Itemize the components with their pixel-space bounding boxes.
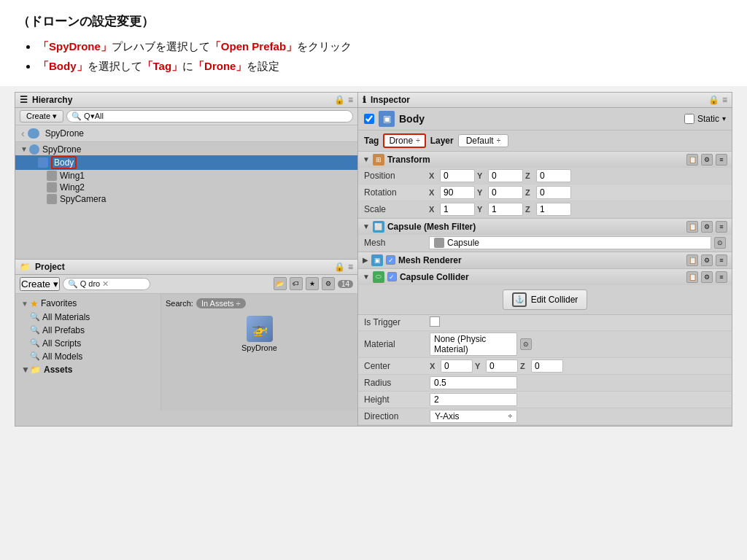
pos-x-field[interactable] <box>440 169 475 182</box>
scale-z-field[interactable] <box>536 203 571 216</box>
rot-x-field[interactable] <box>440 186 475 199</box>
center-z-field[interactable] <box>531 359 563 373</box>
tree-item-body[interactable]: Body <box>15 155 357 170</box>
all-prefabs-label: All Prefabs <box>42 325 85 335</box>
assets-folder-icon: 📁 <box>30 365 41 375</box>
project-count-badge: 14 <box>338 280 353 288</box>
inspector-panel: ℹ Inspector 🔒 ≡ ▣ Body Static ▾ <box>358 93 732 426</box>
project-all-models[interactable]: 🔍 All Models <box>15 350 160 363</box>
capsule-collider-icon: ⬭ <box>373 271 384 283</box>
rot-y-field[interactable] <box>488 186 523 199</box>
project-asset-spydrone[interactable]: 🚁 SpyDrone <box>166 313 353 355</box>
hierarchy-lock-icon[interactable]: 🔒 <box>334 95 345 105</box>
capsule-collider-header[interactable]: ▼ ⬭ ✓ Capsule Collider 📋 ⚙ ≡ <box>358 269 732 285</box>
mesh-target-btn[interactable]: ⊙ <box>714 237 726 249</box>
project-folder-icon[interactable]: 📂 <box>274 277 287 290</box>
spydrone-asset-icon: 🚁 <box>247 316 273 342</box>
obj-enabled-checkbox[interactable] <box>364 114 374 124</box>
center-row: Center X Y Z <box>358 358 732 375</box>
project-all-scripts[interactable]: 🔍 All Scripts <box>15 337 160 350</box>
project-assets[interactable]: ▼ 📁 Assets <box>15 363 160 376</box>
layer-dropdown-arrow: ÷ <box>497 136 501 144</box>
is-trigger-checkbox[interactable] <box>430 316 440 327</box>
instruction-item-2: 「Body」を選択して「Tag」に「Drone」を設定 <box>38 57 729 76</box>
project-filter-icon[interactable]: ⚙ <box>322 277 335 290</box>
project-all-materials[interactable]: 🔍 All Materials <box>15 311 160 324</box>
material-target-btn[interactable]: ⊙ <box>520 338 532 350</box>
mesh-filter-section: ▼ ⬜ Capsule (Mesh Filter) 📋 ⚙ ≡ Mesh Cap <box>358 219 732 252</box>
project-favorites[interactable]: ▼ ★ Favorites <box>15 297 160 311</box>
project-search-clear[interactable]: ✕ <box>102 279 109 289</box>
mesh-renderer-checkbox[interactable]: ✓ <box>386 255 395 265</box>
project-panel-icon: 📁 <box>20 262 31 272</box>
capsule-tool-2[interactable]: ⚙ <box>701 271 713 283</box>
direction-dropdown[interactable]: Y-Axis ÷ <box>430 410 517 423</box>
hierarchy-search-box[interactable]: 🔍 Q▾All <box>66 110 353 122</box>
inspector-panel-header: ℹ Inspector 🔒 ≡ <box>358 93 732 108</box>
scale-x-field[interactable] <box>440 203 475 216</box>
rot-z-field[interactable] <box>536 186 571 199</box>
project-lock-icon[interactable]: 🔒 <box>334 262 345 272</box>
pos-y-field[interactable] <box>488 169 523 182</box>
height-field[interactable] <box>430 393 517 406</box>
transform-tools: 📋 ⚙ ≡ <box>686 154 727 166</box>
inspector-lock-icon[interactable]: 🔒 <box>708 95 719 105</box>
transform-tool-1[interactable]: 📋 <box>686 154 698 166</box>
tree-item-wing1[interactable]: Wing1 <box>15 170 357 182</box>
project-tag-icon[interactable]: 🏷 <box>290 277 303 290</box>
project-all-prefabs[interactable]: 🔍 All Prefabs <box>15 324 160 337</box>
tree-item-spycamera[interactable]: SpyCamera <box>15 193 357 205</box>
capsule-tool-3[interactable]: ≡ <box>716 271 727 283</box>
project-create-button[interactable]: Create ▾ <box>20 277 60 291</box>
layer-dropdown[interactable]: Default ÷ <box>458 134 509 147</box>
all-scripts-icon: 🔍 <box>30 338 40 348</box>
edit-collider-button[interactable]: ⚓ Edit Collider <box>503 289 588 310</box>
capsule-tool-1[interactable]: 📋 <box>686 271 698 283</box>
mesh-filter-arrow: ▼ <box>363 222 370 230</box>
mesh-filter-tool-3[interactable]: ≡ <box>716 221 727 233</box>
tag-dropdown-arrow: ÷ <box>416 136 420 144</box>
in-assets-badge[interactable]: In Assets ÷ <box>196 298 246 308</box>
project-star-icon[interactable]: ★ <box>306 277 319 290</box>
project-menu-icon[interactable]: ≡ <box>348 262 353 272</box>
all-materials-label: All Materials <box>42 312 90 322</box>
center-x-field[interactable] <box>441 359 473 373</box>
breadcrumb-back-arrow[interactable]: ‹ <box>21 128 25 139</box>
inspector-obj-icon: ▣ <box>379 111 395 127</box>
hierarchy-panel: ☰ Hierarchy 🔒 ≡ Create ▾ 🔍 Q▾All ‹ SpyDr… <box>15 93 357 259</box>
transform-header[interactable]: ▼ ⊞ Transform 📋 ⚙ ≡ <box>358 152 732 168</box>
mesh-renderer-tools: 📋 ⚙ ≡ <box>686 254 727 266</box>
mesh-renderer-tool-3[interactable]: ≡ <box>716 254 727 266</box>
transform-tool-2[interactable]: ⚙ <box>701 154 713 166</box>
project-panel-label: Project <box>35 262 65 272</box>
capsule-collider-arrow: ▼ <box>363 273 370 281</box>
scale-label: Scale <box>364 204 426 214</box>
mesh-filter-tool-2[interactable]: ⚙ <box>701 221 713 233</box>
capsule-collider-checkbox[interactable]: ✓ <box>387 272 397 281</box>
transform-section: ▼ ⊞ Transform 📋 ⚙ ≡ Position X Y <box>358 152 732 219</box>
mesh-renderer-tool-1[interactable]: 📋 <box>686 254 698 266</box>
project-search-box[interactable]: 🔍 Q dro ✕ <box>63 278 150 290</box>
hierarchy-menu-icon[interactable]: ≡ <box>348 95 353 105</box>
rot-x-label: X <box>429 188 438 197</box>
position-xyz: X Y Z <box>429 169 726 182</box>
pos-z-field[interactable] <box>536 169 571 182</box>
hierarchy-create-button[interactable]: Create ▾ <box>20 110 63 122</box>
tag-dropdown[interactable]: Drone ÷ <box>383 133 425 148</box>
inspector-menu-icon[interactable]: ≡ <box>722 95 727 105</box>
mesh-renderer-tool-2[interactable]: ⚙ <box>701 254 713 266</box>
mesh-renderer-header[interactable]: ▶ ▣ ✓ Mesh Renderer 📋 ⚙ ≡ <box>358 252 732 268</box>
material-label: Material <box>364 339 430 349</box>
center-y-field[interactable] <box>486 359 518 373</box>
transform-tool-3[interactable]: ≡ <box>716 154 727 166</box>
static-dropdown-arrow[interactable]: ▾ <box>722 114 726 122</box>
tree-item-wing2[interactable]: Wing2 <box>15 182 357 193</box>
scale-y-field[interactable] <box>488 203 523 216</box>
static-checkbox[interactable] <box>684 114 694 124</box>
mesh-filter-tool-1[interactable]: 📋 <box>686 221 698 233</box>
tree-item-spydrone[interactable]: ▼ SpyDrone <box>15 144 357 155</box>
radius-field[interactable] <box>430 376 517 389</box>
mesh-renderer-name: Mesh Renderer <box>398 255 684 265</box>
mesh-filter-tools: 📋 ⚙ ≡ <box>686 221 727 233</box>
mesh-filter-header[interactable]: ▼ ⬜ Capsule (Mesh Filter) 📋 ⚙ ≡ <box>358 219 732 235</box>
